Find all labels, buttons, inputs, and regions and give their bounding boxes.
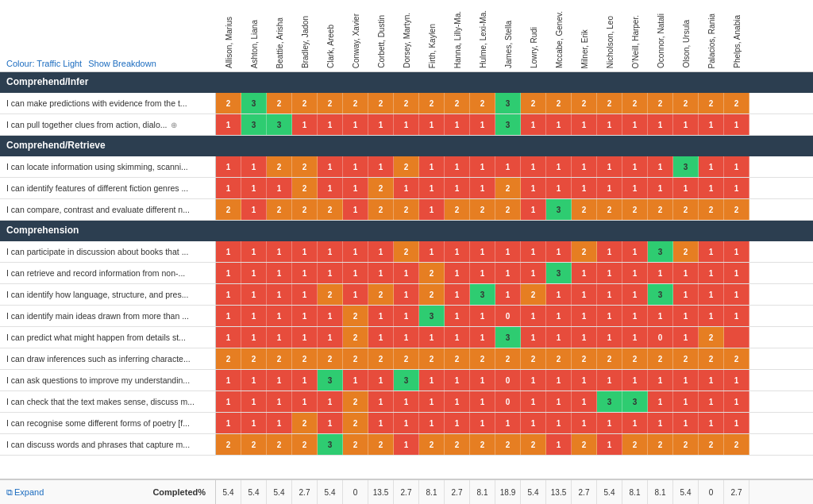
section-empty-cell	[572, 136, 597, 156]
data-cell: 2	[597, 348, 622, 369]
data-cell: 1	[318, 327, 343, 348]
data-cell: 2	[724, 434, 749, 455]
completed-label: Completed%	[50, 487, 209, 497]
data-cell: 1	[470, 306, 495, 326]
data-cell: 2	[648, 93, 673, 113]
data-cell: 2	[241, 348, 267, 369]
section-empty-cell	[622, 136, 648, 156]
col-header: Hanna, Lilly-Ma.	[445, 0, 470, 71]
data-cell: 2	[445, 434, 470, 455]
data-cell: 1	[267, 284, 292, 305]
data-cell: 1	[470, 156, 495, 177]
data-cell: 2	[699, 348, 724, 369]
data-cell: 2	[521, 93, 546, 113]
data-cell: 1	[572, 413, 597, 433]
data-cell: 2	[368, 434, 394, 455]
data-cell: 3	[546, 199, 572, 220]
data-cell: 1	[470, 370, 495, 391]
section-empty-cell	[673, 72, 699, 93]
data-cell: 1	[724, 156, 749, 177]
row-label: I can retrieve and record information fr…	[0, 263, 216, 283]
row-label: I can pull together clues from action, d…	[0, 114, 216, 135]
data-cell: 1	[495, 284, 521, 305]
section-empty-cell	[648, 136, 673, 156]
table-row: I can locate information using skimming,…	[0, 156, 813, 178]
row-label: I can discuss words and phrases that cap…	[0, 434, 216, 455]
data-cell: 1	[622, 114, 648, 135]
data-cell: 1	[318, 391, 343, 412]
data-cell: 1	[724, 370, 749, 391]
data-cell: 1	[292, 327, 318, 348]
data-cell: 1	[724, 306, 749, 326]
data-cell: 1	[343, 114, 368, 135]
col-header: Phelps, Anabia	[724, 0, 749, 71]
footer-cell: 13.5	[368, 480, 394, 504]
row-cells: 111112113110111111111	[216, 306, 749, 326]
data-cell: 1	[521, 178, 546, 198]
footer-cell: 5.4	[521, 480, 546, 504]
section-empty-cell	[699, 221, 724, 241]
section-label: Comprehension	[0, 221, 216, 241]
data-cell: 1	[648, 306, 673, 326]
data-cell: 1	[470, 241, 495, 262]
col-header: Dorsey, Martyn.	[394, 0, 419, 71]
data-cell: 1	[546, 434, 572, 455]
col-header: Hulme, Lexi-Ma.	[470, 0, 495, 71]
col-header: Firth, Kaylen	[419, 0, 445, 71]
section-empty-cell	[648, 221, 673, 241]
row-label: I can identify features of different fic…	[0, 178, 216, 198]
col-header: Mccabe, Genev.	[546, 0, 572, 71]
data-cell: 2	[572, 241, 597, 262]
footer-cell: 2.7	[394, 480, 419, 504]
data-cell: 1	[673, 370, 699, 391]
data-cell: 1	[216, 156, 241, 177]
section-empty-cell	[394, 136, 419, 156]
data-cell: 2	[216, 434, 241, 455]
footer-cell: 0	[699, 480, 724, 504]
col-header: Olson, Ursula	[673, 0, 699, 71]
footer-cell: 2.7	[724, 480, 749, 504]
expand-button[interactable]: ⧉ Expand	[6, 487, 44, 498]
data-cell: 3	[267, 114, 292, 135]
table-row: I can recognise some different forms of …	[0, 413, 813, 434]
data-cell: 3	[419, 306, 445, 326]
section-empty-cell	[267, 221, 292, 241]
data-cell: 1	[216, 413, 241, 433]
footer-cell: 5.4	[267, 480, 292, 504]
data-cell: 1	[343, 178, 368, 198]
data-cell: 1	[394, 391, 419, 412]
section-empty-cell	[343, 136, 368, 156]
data-cell: 1	[292, 284, 318, 305]
footer-cell: 8.1	[648, 480, 673, 504]
data-cell: 1	[622, 284, 648, 305]
data-cell: 2	[318, 199, 343, 220]
link-icon[interactable]: ⊕	[171, 121, 177, 129]
data-cell: 2	[699, 327, 724, 348]
data-cell: 1	[546, 370, 572, 391]
data-cell: 2	[622, 93, 648, 113]
data-cell: 1	[572, 178, 597, 198]
data-cell: 2	[445, 348, 470, 369]
col-header: Allison, Marius	[216, 0, 241, 71]
data-cell: 1	[699, 263, 724, 283]
data-cell: 1	[419, 327, 445, 348]
data-cell: 2	[394, 156, 419, 177]
show-breakdown-button[interactable]: Show Breakdown	[88, 59, 156, 68]
section-empty-cell	[267, 136, 292, 156]
data-cell: 2	[216, 348, 241, 369]
data-cell: 2	[521, 434, 546, 455]
data-cell: 1	[267, 178, 292, 198]
section-header-row: Comprehension	[0, 221, 813, 241]
data-cell: 1	[241, 156, 267, 177]
data-cell: 1	[521, 391, 546, 412]
data-cell: 2	[267, 434, 292, 455]
data-cell: 2	[470, 93, 495, 113]
table-row: I can identify how language, structure, …	[0, 284, 813, 306]
section-empty-cell	[622, 221, 648, 241]
footer-cell: 13.5	[546, 480, 572, 504]
row-cells: 111131131110111111111	[216, 370, 749, 391]
section-empty-cell	[470, 72, 495, 93]
section-empty-cell	[546, 72, 572, 93]
data-cell: 1	[318, 306, 343, 326]
section-empty-cell	[216, 221, 241, 241]
